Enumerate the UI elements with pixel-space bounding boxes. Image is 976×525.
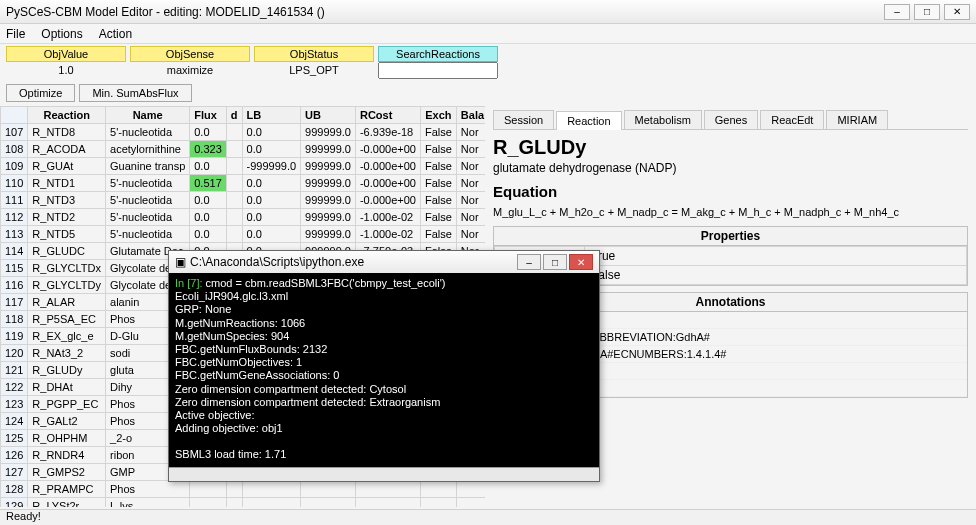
status-text: Ready! — [6, 510, 41, 522]
tab-reacedt[interactable]: ReacEdt — [760, 110, 824, 129]
search-input[interactable] — [378, 62, 498, 79]
col-rcost[interactable]: RCost — [355, 107, 420, 124]
table-row[interactable]: 108R_ACODAacetylornithine0.3230.0999999.… — [1, 141, 486, 158]
col-lb[interactable]: LB — [242, 107, 301, 124]
console-titlebar[interactable]: ▣ C:\Anaconda\Scripts\ipython.exe – □ ✕ — [169, 251, 599, 273]
col-flux[interactable]: Flux — [190, 107, 227, 124]
tab-bar: Session Reaction Metabolism Genes ReacEd… — [493, 110, 968, 130]
tab-metabolism[interactable]: Metabolism — [624, 110, 702, 129]
table-row[interactable]: 128R_PRAMPCPhos — [1, 481, 486, 498]
objvalue-value: 1.0 — [58, 62, 73, 78]
toolbar: ObjValue 1.0 ObjSense maximize ObjStatus… — [0, 44, 976, 84]
close-button[interactable]: ✕ — [944, 4, 970, 20]
table-row[interactable]: 107R_NTD85'-nucleotida0.00.0999999.0-6.9… — [1, 124, 486, 141]
console-minimize-button[interactable]: – — [517, 254, 541, 270]
tab-genes[interactable]: Genes — [704, 110, 758, 129]
equation-header: Equation — [493, 183, 968, 200]
console-body[interactable]: In [7]: cmod = cbm.readSBML3FBC('cbmpy_t… — [169, 273, 599, 467]
table-row[interactable]: 113R_NTD55'-nucleotida0.00.0999999.0-1.0… — [1, 226, 486, 243]
console-window[interactable]: ▣ C:\Anaconda\Scripts\ipython.exe – □ ✕ … — [168, 250, 600, 482]
minsumabsflux-button[interactable]: Min. SumAbsFlux — [79, 84, 191, 102]
menu-options[interactable]: Options — [41, 27, 82, 41]
equation-text: M_glu_L_c + M_h2o_c + M_nadp_c = M_akg_c… — [493, 206, 968, 218]
reaction-id-title: R_GLUDy — [493, 136, 968, 159]
console-scrollbar[interactable] — [169, 467, 599, 481]
col-ub[interactable]: UB — [301, 107, 356, 124]
minimize-button[interactable]: – — [884, 4, 910, 20]
table-row[interactable]: 109R_GUAtGuanine transp0.0-999999.099999… — [1, 158, 486, 175]
col-bala[interactable]: Bala — [456, 107, 485, 124]
menubar: File Options Action — [0, 24, 976, 44]
objsense-header: ObjSense — [130, 46, 250, 62]
col-d[interactable]: d — [226, 107, 242, 124]
window-title: PySCeS-CBM Model Editor - editing: MODEL… — [6, 5, 325, 19]
menu-file[interactable]: File — [6, 27, 25, 41]
objsense-value: maximize — [167, 62, 213, 78]
table-row[interactable]: 112R_NTD25'-nucleotida0.00.0999999.0-1.0… — [1, 209, 486, 226]
col-exch[interactable]: Exch — [420, 107, 456, 124]
console-icon: ▣ — [175, 255, 186, 269]
col-reaction[interactable]: Reaction — [28, 107, 106, 124]
titlebar: PySCeS-CBM Model Editor - editing: MODEL… — [0, 0, 976, 24]
console-maximize-button[interactable]: □ — [543, 254, 567, 270]
menu-action[interactable]: Action — [99, 27, 132, 41]
console-title-text: C:\Anaconda\Scripts\ipython.exe — [190, 255, 364, 269]
col-name[interactable]: Name — [106, 107, 190, 124]
objstatus-value: LPS_OPT — [289, 62, 339, 78]
search-header: SearchReactions — [378, 46, 498, 62]
table-row[interactable]: 110R_NTD15'-nucleotida0.5170.0999999.0-0… — [1, 175, 486, 192]
objvalue-header: ObjValue — [6, 46, 126, 62]
optimize-button[interactable]: Optimize — [6, 84, 75, 102]
table-row[interactable]: 129R_LYSt2rL-lys — [1, 498, 486, 508]
tab-reaction[interactable]: Reaction — [556, 111, 621, 130]
tab-miriam[interactable]: MIRIAM — [826, 110, 888, 129]
exchange-value: False — [585, 266, 967, 285]
reversible-value: True — [585, 247, 967, 266]
maximize-button[interactable]: □ — [914, 4, 940, 20]
properties-header: Properties — [494, 227, 967, 246]
reaction-subtitle: glutamate dehydrogenase (NADP) — [493, 161, 968, 175]
table-row[interactable]: 111R_NTD35'-nucleotida0.00.0999999.0-0.0… — [1, 192, 486, 209]
console-close-button[interactable]: ✕ — [569, 254, 593, 270]
objstatus-header: ObjStatus — [254, 46, 374, 62]
statusbar: Ready! — [0, 509, 976, 525]
tab-session[interactable]: Session — [493, 110, 554, 129]
